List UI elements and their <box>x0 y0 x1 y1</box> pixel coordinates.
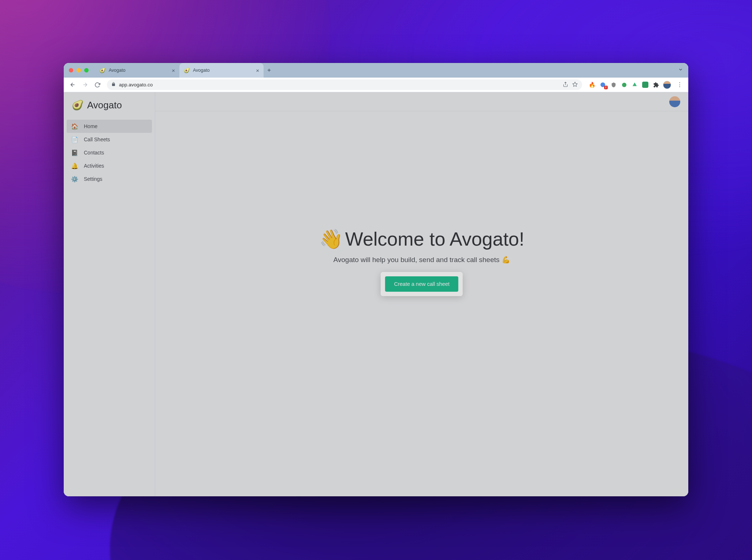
browser-tab-0[interactable]: 🥑 Avogato × <box>95 63 179 78</box>
sidebar-item-settings[interactable]: ⚙️ Settings <box>67 172 152 186</box>
home-icon: 🏠 <box>71 123 78 130</box>
sidebar-item-home[interactable]: 🏠 Home <box>67 120 152 133</box>
reload-button[interactable] <box>92 80 103 90</box>
close-tab-icon[interactable]: × <box>172 68 175 73</box>
back-button[interactable] <box>67 80 78 90</box>
svg-marker-1 <box>573 82 577 86</box>
favicon-icon: 🥑 <box>100 68 105 73</box>
brand-name: Avogato <box>87 100 122 111</box>
sidebar-item-label: Settings <box>84 176 103 182</box>
cta-highlight: Create a new call sheet <box>381 272 463 296</box>
sidebar-item-label: Home <box>84 123 97 129</box>
svg-point-2 <box>600 82 605 87</box>
sidebar-nav: 🏠 Home 📄 Call Sheets 📓 Contacts 🔔 Activi… <box>64 118 155 187</box>
create-call-sheet-button[interactable]: Create a new call sheet <box>385 276 458 292</box>
svg-point-3 <box>622 83 626 87</box>
url-text: app.avogato.co <box>119 82 153 87</box>
browser-window: 🥑 Avogato × 🥑 Avogato × + app.avogat <box>64 63 688 496</box>
extension-icon-6[interactable] <box>642 81 649 88</box>
bookmark-star-icon[interactable] <box>572 82 578 88</box>
share-icon[interactable] <box>563 82 568 88</box>
subtitle: Avogato will help you build, send and tr… <box>319 255 524 264</box>
minimize-window-button[interactable] <box>77 68 81 72</box>
extension-icon-5[interactable] <box>631 81 638 88</box>
bell-icon: 🔔 <box>71 162 78 169</box>
tab-strip: 🥑 Avogato × 🥑 Avogato × + <box>64 63 688 78</box>
tabs-dropdown-icon[interactable] <box>678 67 683 74</box>
hero: 👋 Welcome to Avogato! Avogato will help … <box>319 228 524 296</box>
window-controls <box>69 68 89 72</box>
tab-title: Avogato <box>193 68 210 73</box>
browser-profile-avatar[interactable] <box>663 81 671 89</box>
sidebar: 🥑 Avogato 🏠 Home 📄 Call Sheets 📓 Contact… <box>64 92 155 496</box>
brand-icon: 🥑 <box>72 100 83 111</box>
browser-tab-1[interactable]: 🥑 Avogato × <box>179 63 264 78</box>
document-icon: 📄 <box>71 136 78 143</box>
wave-icon: 👋 <box>319 228 343 250</box>
user-avatar[interactable] <box>669 96 680 107</box>
extension-icon-2[interactable] <box>599 81 606 88</box>
close-window-button[interactable] <box>69 68 73 72</box>
close-tab-icon[interactable]: × <box>256 68 259 73</box>
extensions-area: 🔥 ⋮ <box>589 81 685 89</box>
sidebar-item-label: Contacts <box>84 150 104 156</box>
main-panel: 👋 Welcome to Avogato! Avogato will help … <box>155 92 688 496</box>
lock-icon <box>111 82 116 87</box>
book-icon: 📓 <box>71 149 78 156</box>
extension-icon-1[interactable]: 🔥 <box>589 81 596 88</box>
title-text: Welcome to Avogato! <box>345 228 524 250</box>
gear-icon: ⚙️ <box>71 175 78 183</box>
app-root: 🥑 Avogato 🏠 Home 📄 Call Sheets 📓 Contact… <box>64 92 688 496</box>
extension-icon-3[interactable] <box>610 81 617 88</box>
forward-button[interactable] <box>80 80 90 90</box>
new-tab-button[interactable]: + <box>264 65 275 76</box>
browser-toolbar: app.avogato.co 🔥 <box>64 78 688 92</box>
sidebar-item-label: Call Sheets <box>84 137 110 142</box>
sidebar-item-call-sheets[interactable]: 📄 Call Sheets <box>67 133 152 146</box>
maximize-window-button[interactable] <box>84 68 89 72</box>
brand: 🥑 Avogato <box>64 92 155 118</box>
page-title: 👋 Welcome to Avogato! <box>319 228 524 250</box>
extensions-puzzle-icon[interactable] <box>652 81 659 88</box>
sidebar-item-activities[interactable]: 🔔 Activities <box>67 159 152 172</box>
sidebar-item-contacts[interactable]: 📓 Contacts <box>67 146 152 159</box>
address-bar[interactable]: app.avogato.co <box>107 79 582 90</box>
extension-icon-4[interactable] <box>621 81 628 88</box>
browser-menu-icon[interactable]: ⋮ <box>675 81 685 89</box>
tab-title: Avogato <box>109 68 126 73</box>
app-topbar <box>155 92 688 111</box>
sidebar-item-label: Activities <box>84 163 104 169</box>
favicon-icon: 🥑 <box>184 68 190 73</box>
